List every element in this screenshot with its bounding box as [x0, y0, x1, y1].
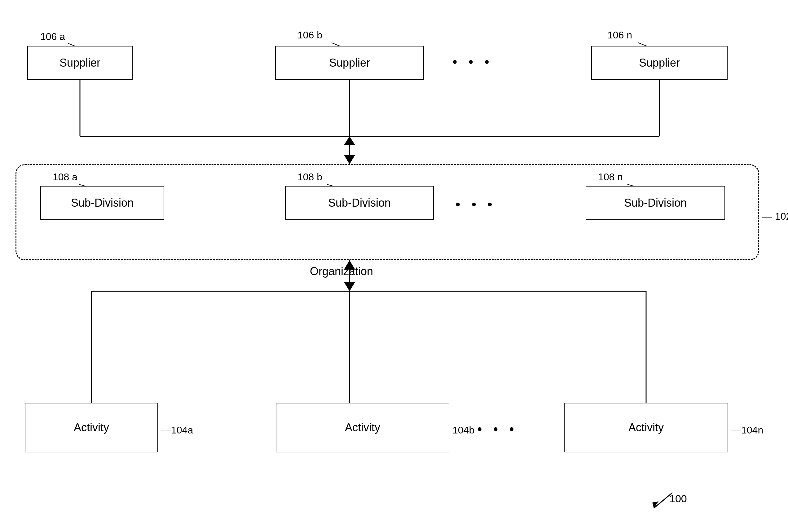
supplier-b-ref-label: 106 b	[297, 29, 322, 41]
subdivision-dots: • • •	[455, 197, 496, 212]
svg-marker-22	[652, 501, 658, 508]
activity-b-label: Activity	[345, 421, 380, 434]
subdivision-a-ref-label: 108 a	[53, 171, 77, 183]
supplier-a-label: Supplier	[59, 56, 100, 70]
org-ref-label: — 102	[762, 211, 788, 222]
supplier-n-label: Supplier	[639, 56, 680, 70]
subdivision-b-box: Sub-Division	[285, 186, 434, 220]
subdivision-n-box: Sub-Division	[586, 186, 725, 220]
supplier-dots: • • •	[452, 54, 493, 70]
supplier-n-ref-label: 106 n	[607, 29, 632, 41]
activity-n-label: Activity	[628, 421, 664, 434]
subdivision-n-ref-label: 108 n	[598, 171, 623, 183]
activity-n-ref-label: —104n	[731, 425, 763, 436]
subdivision-b-label: Sub-Division	[328, 196, 391, 210]
subdivision-a-label: Sub-Division	[71, 196, 134, 210]
activity-a-label: Activity	[74, 421, 109, 434]
supplier-b-label: Supplier	[329, 56, 370, 70]
subdivision-n-label: Sub-Division	[624, 196, 687, 210]
svg-marker-10	[344, 282, 355, 291]
supplier-a-ref-label: 106 a	[40, 31, 65, 42]
activity-dots: • • •	[477, 421, 518, 437]
activity-a-box: Activity	[25, 403, 158, 452]
svg-marker-6	[344, 155, 355, 164]
ref-100-label: 100	[669, 493, 687, 505]
supplier-b-box: Supplier	[275, 46, 424, 80]
activity-b-ref-label: 104b	[452, 425, 474, 436]
organization-label: Organization	[310, 265, 373, 278]
activity-b-box: Activity	[276, 403, 449, 452]
subdivision-a-box: Sub-Division	[40, 186, 164, 220]
subdivision-b-ref-label: 108 b	[297, 171, 322, 183]
supplier-a-box: Supplier	[27, 46, 133, 80]
activity-a-ref-label: —104a	[161, 425, 193, 436]
supplier-n-box: Supplier	[591, 46, 728, 80]
activity-n-box: Activity	[564, 403, 728, 452]
diagram: 106 a Supplier 106 b Supplier 106 n Supp…	[0, 0, 788, 532]
svg-marker-7	[344, 136, 355, 145]
